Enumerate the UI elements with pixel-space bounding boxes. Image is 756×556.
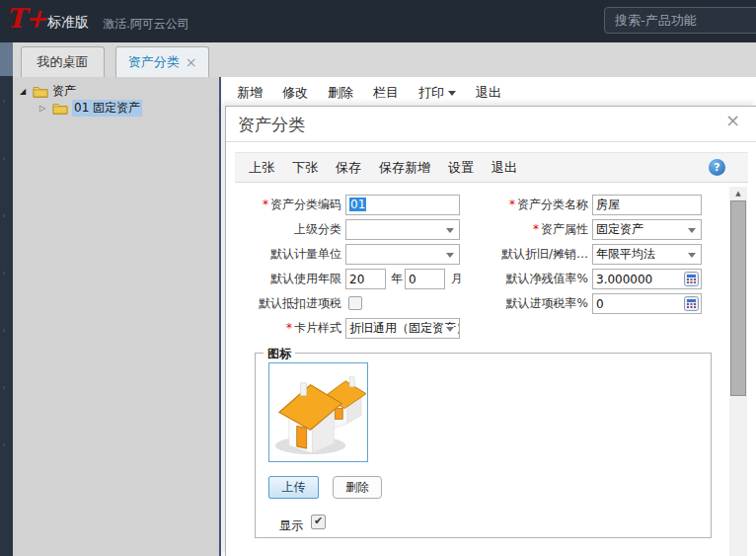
card-style-value: 折旧通用（固定资产） <box>349 321 460 335</box>
sidebar-toggle-button[interactable] <box>0 42 13 76</box>
name-label: *资产分类名称 <box>404 195 588 214</box>
deduct-tax-label: 默认抵扣进项税 <box>226 293 341 313</box>
code-value-selected: 01 <box>349 198 366 211</box>
exit-dialog-button[interactable]: 退出 <box>491 159 517 177</box>
upload-button[interactable]: 上传 <box>268 476 319 499</box>
useful-life-years-input[interactable] <box>349 270 382 288</box>
chevron-left-icon: ‹ <box>2 440 12 450</box>
folder-icon <box>33 86 48 98</box>
add-button[interactable]: 新增 <box>237 84 263 102</box>
input-tax-rate-input[interactable] <box>596 294 683 313</box>
tree-node-fixed-assets[interactable]: ▷ 01 固定资产 <box>39 100 142 117</box>
code-label: *资产分类编码 <box>226 195 341 214</box>
calculator-icon[interactable] <box>684 272 699 286</box>
category-icon-preview[interactable] <box>268 362 368 462</box>
save-button[interactable]: 保存 <box>336 159 361 177</box>
display-checkbox[interactable]: ✔ <box>311 515 326 529</box>
top-bar: T+ 标准版 激活.阿可云公司 <box>0 0 756 42</box>
attribute-value: 固定资产 <box>596 222 643 236</box>
tree-node-label: 资产 <box>52 83 76 100</box>
icon-group-box: 图标 上传 <box>255 353 712 538</box>
tab-asset-category[interactable]: 资产分类 × <box>115 46 209 77</box>
dialog-scrollbar[interactable]: ▲ <box>729 187 747 556</box>
caret-down-icon <box>448 91 456 96</box>
delete-icon-button[interactable]: 删除 <box>333 476 382 499</box>
tab-close-icon[interactable]: × <box>186 55 197 69</box>
asset-category-dialog: 资产分类 × 上张 下张 保存 保存新增 设置 退出 ? *资产分类编码 01 … <box>225 106 756 556</box>
print-label: 打印 <box>418 84 444 102</box>
prev-record-button[interactable]: 上张 <box>249 159 274 177</box>
useful-life-years-field[interactable] <box>345 269 386 289</box>
dropdown-arrow-icon[interactable] <box>446 327 454 332</box>
unit-label: 默认计量单位 <box>226 244 341 264</box>
chevron-left-icon: ‹ <box>2 97 12 107</box>
input-tax-rate-field[interactable] <box>592 293 702 314</box>
tree-expanded-icon[interactable]: ◢ <box>20 87 29 96</box>
dropdown-arrow-icon[interactable] <box>688 228 696 233</box>
delete-button[interactable]: 删除 <box>328 84 353 102</box>
attribute-label: *资产属性 <box>404 219 588 239</box>
required-mark: * <box>286 321 292 335</box>
card-style-label: *卡片样式 <box>226 318 341 338</box>
asset-tree-panel <box>13 77 219 556</box>
tplus-logo-icon: T+ <box>6 3 46 34</box>
title-separator <box>226 141 756 142</box>
columns-button[interactable]: 栏目 <box>373 84 399 102</box>
settings-button[interactable]: 设置 <box>448 159 474 177</box>
help-icon[interactable]: ? <box>709 159 725 176</box>
required-mark: * <box>509 198 515 211</box>
chevron-left-icon: ‹ <box>2 269 12 278</box>
exit-button[interactable]: 退出 <box>476 84 501 102</box>
deduct-tax-checkbox[interactable] <box>348 296 362 310</box>
icon-group-legend: 图标 <box>264 346 295 362</box>
check-icon: ✔ <box>314 515 323 527</box>
depreciation-select[interactable]: 年限平均法 <box>592 244 702 265</box>
display-label: 显示 <box>279 517 303 534</box>
dialog-title: 资产分类 <box>238 114 305 136</box>
house-icon <box>269 363 367 461</box>
search-input[interactable] <box>604 7 756 34</box>
input-tax-rate-label: 默认进项税率% <box>404 293 588 313</box>
chevron-left-icon: ‹ <box>2 211 12 221</box>
name-field[interactable] <box>592 195 702 215</box>
save-and-new-button[interactable]: 保存新增 <box>379 159 430 177</box>
tab-label: 我的桌面 <box>38 53 89 71</box>
required-mark: * <box>533 222 539 236</box>
upload-label: 上传 <box>282 479 306 496</box>
parent-category-label: 上级分类 <box>226 219 341 239</box>
card-style-select[interactable]: 折旧通用（固定资产） <box>345 318 460 339</box>
chevron-left-icon: ‹ <box>2 326 12 336</box>
delete-label: 删除 <box>345 479 369 496</box>
app-window: T+ 标准版 激活.阿可云公司 ‹ ‹ ‹ ‹ ‹ ‹ ‹ 我的桌面 资产分类 … <box>0 0 756 556</box>
tree-node-assets[interactable]: ◢ 资产 <box>20 83 76 100</box>
dialog-close-icon[interactable]: × <box>725 110 740 130</box>
activation-status: 激活.阿可云公司 <box>103 16 189 33</box>
residual-rate-label: 默认净残值率% <box>404 269 588 288</box>
residual-rate-input[interactable] <box>596 270 683 288</box>
next-record-button[interactable]: 下张 <box>292 159 318 177</box>
print-button[interactable]: 打印 <box>418 84 456 102</box>
tree-node-label-selected: 01 固定资产 <box>72 100 142 117</box>
useful-life-label: 默认使用年限 <box>226 269 341 288</box>
list-toolbar: 新增 修改 删除 栏目 打印 退出 <box>237 84 501 102</box>
calculator-icon[interactable] <box>684 296 699 311</box>
depreciation-label: 默认折旧/摊销… <box>404 244 588 264</box>
folder-icon <box>52 103 68 115</box>
tab-my-desktop[interactable]: 我的桌面 <box>21 46 105 77</box>
scrollbar-thumb[interactable] <box>730 200 746 396</box>
chevron-left-icon: ‹ <box>2 383 12 393</box>
scroll-up-icon[interactable]: ▲ <box>729 187 747 201</box>
residual-rate-field[interactable] <box>592 269 702 289</box>
dialog-toolbar: 上张 下张 保存 保存新增 设置 退出 <box>235 152 748 183</box>
depreciation-value: 年限平均法 <box>596 247 655 261</box>
years-unit-label: 年 <box>391 269 403 288</box>
chevron-left-icon: ‹ <box>2 154 12 164</box>
edit-button[interactable]: 修改 <box>282 84 308 102</box>
tree-collapsed-icon[interactable]: ▷ <box>39 104 48 113</box>
tab-label: 资产分类 <box>128 53 180 71</box>
collapsed-sidebar: ‹ ‹ ‹ ‹ ‹ ‹ ‹ <box>0 42 13 556</box>
name-input[interactable] <box>596 196 698 214</box>
edition-label: 标准版 <box>47 14 89 32</box>
dropdown-arrow-icon[interactable] <box>688 253 696 258</box>
attribute-select[interactable]: 固定资产 <box>592 219 702 240</box>
